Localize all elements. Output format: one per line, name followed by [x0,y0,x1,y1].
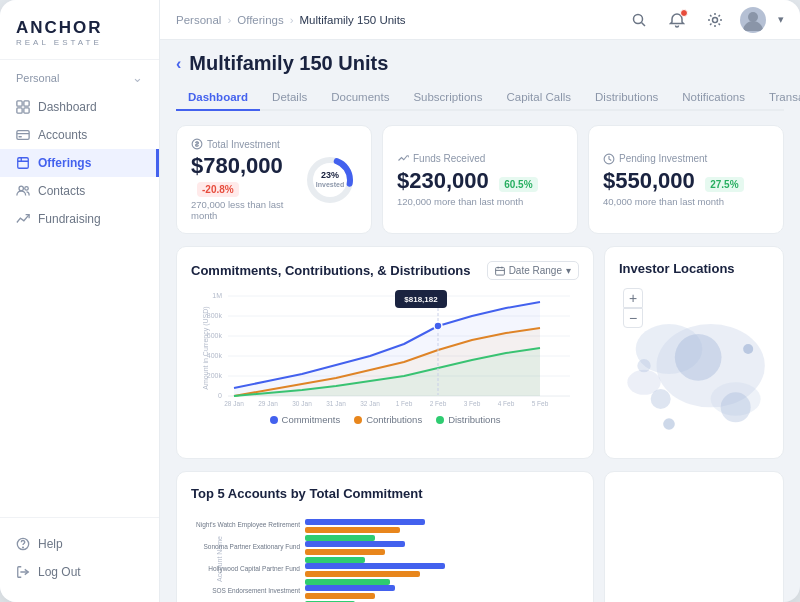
funds-icon [397,153,409,165]
stat-badge-investment: -20.8% [197,182,239,197]
main-content: Personal › Offerings › Multifamily 150 U… [160,0,800,602]
svg-rect-72 [305,519,425,525]
notification-badge [680,9,688,17]
svg-text:SOS Endorsement Investment: SOS Endorsement Investment [212,587,300,594]
sidebar-section: Personal ⌄ [0,60,159,89]
map-title: Investor Locations [619,261,769,276]
svg-text:31 Jan: 31 Jan [326,400,346,407]
legend-dot-contributions [354,416,362,424]
svg-rect-75 [305,541,405,547]
help-icon [16,537,30,551]
content-area: ‹ Multifamily 150 Units Dashboard Detail… [160,40,800,602]
investor-locations-card: Investor Locations [604,246,784,459]
stats-row: Total Investment $780,000 -20.8% 270,000… [176,125,784,234]
tab-notifications[interactable]: Notifications [670,85,757,111]
stat-badge-funds: 60.5% [499,177,537,192]
svg-rect-81 [305,585,395,591]
logout-icon [16,565,30,579]
sidebar: ANCHOR REAL ESTATE Personal ⌄ Dashboard … [0,0,160,602]
svg-text:28 Jan: 28 Jan [224,400,244,407]
stat-sub-investment: 270,000 less than last month [191,199,291,221]
svg-text:2 Feb: 2 Feb [430,400,447,407]
svg-rect-74 [305,535,375,541]
zoom-out-button[interactable]: − [623,308,643,328]
svg-text:Night's Watch Employee Retirem: Night's Watch Employee Retirement [196,521,300,529]
tab-distributions[interactable]: Distributions [583,85,670,111]
zoom-in-button[interactable]: + [623,288,643,308]
tab-subscriptions[interactable]: Subscriptions [401,85,494,111]
svg-rect-80 [305,579,390,585]
users-icon [16,184,30,198]
gear-icon [707,12,723,28]
svg-text:Hollywood Capital Partner Fund: Hollywood Capital Partner Fund [208,565,300,573]
chart-legend: Commitments Contributions Distributions [191,414,579,425]
tab-dashboard[interactable]: Dashboard [176,85,260,111]
donut-label: 23% Invested [303,153,357,207]
svg-text:1M: 1M [212,292,222,299]
svg-text:0: 0 [218,392,222,399]
charts-row: Commitments, Contributions, & Distributi… [176,246,784,459]
tab-details[interactable]: Details [260,85,319,111]
sidebar-nav: Dashboard Accounts Offerings Contacts Fu… [0,89,159,517]
bottom-row: Top 5 Accounts by Total Commitment Accou… [176,471,784,602]
logo-sub: REAL ESTATE [16,38,143,47]
legend-contributions: Contributions [354,414,422,425]
bar-chart-svg: Account Name Night's Watch Employee Reti… [191,511,579,602]
svg-rect-0 [17,101,22,106]
legend-distributions: Distributions [436,414,500,425]
svg-text:29 Jan: 29 Jan [258,400,278,407]
dollar-icon [191,138,203,150]
back-arrow[interactable]: ‹ [176,55,181,73]
svg-point-18 [748,12,758,22]
svg-point-61 [675,334,722,381]
sidebar-item-offerings[interactable]: Offerings [0,149,159,177]
breadcrumb: Personal › Offerings › Multifamily 150 U… [176,14,406,26]
stat-pending-investment: Pending Investment $550,000 27.5% 40,000… [588,125,784,234]
notifications-button[interactable] [664,7,690,33]
topbar: Personal › Offerings › Multifamily 150 U… [160,0,800,40]
svg-rect-77 [305,557,365,563]
grid-icon [16,100,30,114]
calendar-icon [495,266,505,276]
svg-text:3 Feb: 3 Feb [464,400,481,407]
line-chart: 1M 800k 600k 400k 200k 0 Amount in Curre… [191,288,579,408]
stat-value-investment: $780,000 [191,153,283,178]
svg-rect-78 [305,563,445,569]
svg-line-16 [642,22,646,26]
sidebar-item-logout[interactable]: Log Out [0,558,159,586]
date-range-button[interactable]: Date Range ▾ [487,261,579,280]
search-button[interactable] [626,7,652,33]
svg-rect-76 [305,549,385,555]
sidebar-item-contacts[interactable]: Contacts [0,177,159,205]
search-icon [631,12,647,28]
tab-transactions[interactable]: Transactions [757,85,800,111]
tab-capital-calls[interactable]: Capital Calls [494,85,583,111]
stat-value-funds: $230,000 [397,168,489,193]
logo-text: ANCHOR [16,18,143,38]
svg-text:600k: 600k [207,332,223,339]
donut-chart: 23% Invested [303,153,357,207]
svg-rect-73 [305,527,400,533]
top-accounts-title: Top 5 Accounts by Total Commitment [191,486,579,501]
line-chart-svg: 1M 800k 600k 400k 200k 0 Amount in Curre… [191,288,579,408]
stat-value-pending: $550,000 [603,168,695,193]
package-icon [16,156,30,170]
tab-documents[interactable]: Documents [319,85,401,111]
avatar[interactable] [740,7,766,33]
sidebar-item-fundraising[interactable]: Fundraising [0,205,159,233]
settings-button[interactable] [702,7,728,33]
svg-rect-7 [18,158,29,169]
sidebar-item-dashboard[interactable]: Dashboard [0,93,159,121]
page-title: ‹ Multifamily 150 Units [176,52,784,75]
svg-rect-4 [17,131,29,140]
svg-rect-3 [24,108,29,113]
sidebar-item-accounts[interactable]: Accounts [0,121,159,149]
svg-point-13 [23,547,24,548]
sidebar-bottom: Help Log Out [0,517,159,602]
svg-point-10 [19,186,23,190]
svg-text:5 Feb: 5 Feb [532,400,549,407]
sidebar-item-help[interactable]: Help [0,530,159,558]
svg-point-63 [651,389,671,409]
legend-dot-commitments [270,416,278,424]
stat-badge-pending: 27.5% [705,177,743,192]
